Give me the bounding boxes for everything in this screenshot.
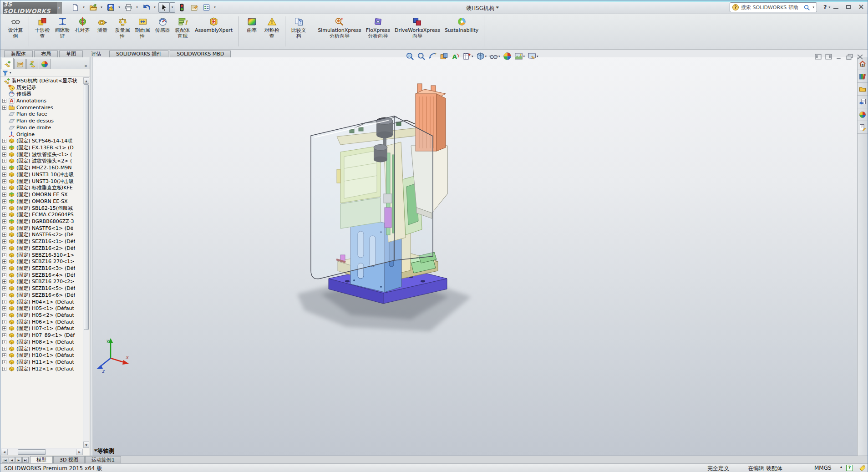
zoom-to-fit-button[interactable] (405, 51, 415, 61)
3d-model[interactable] (93, 57, 857, 456)
tree-item[interactable]: +(固定) H06<1> (Défaut (1, 319, 83, 325)
design-study-button[interactable]: 设计算 例 (5, 16, 25, 40)
horizontal-scroll-thumb[interactable] (18, 449, 46, 455)
doc-tab-运动算例1[interactable]: 运动算例1 (85, 456, 121, 463)
expand-toggle[interactable]: + (2, 293, 6, 297)
displaymanager-tab[interactable] (39, 59, 51, 69)
display-style-button[interactable]: ▾ (475, 51, 488, 61)
tree-item[interactable]: +(固定) BGRBB6806ZZ-3 (1, 218, 83, 225)
tree-item[interactable]: +(固定) H11<1> (Défaut (1, 359, 83, 365)
compare-documents-button[interactable]: 比较文 档 (289, 16, 309, 40)
tab-nav-3[interactable]: ▶| (22, 457, 29, 463)
tab-布局[interactable]: 布局 (34, 51, 58, 57)
tree-item[interactable]: +(固定) 标准垂直立板IKFE (1, 185, 83, 192)
expand-toggle[interactable]: + (2, 199, 6, 203)
tree-item[interactable]: Plan de face (1, 111, 83, 118)
scroll-down-arrow[interactable]: ▼ (83, 442, 89, 448)
panel-tabs-overflow[interactable]: » (84, 63, 87, 69)
tree-item[interactable]: +(固定) SEZB16<4> (Déf (1, 272, 83, 279)
search-icon[interactable] (803, 4, 810, 11)
tree-item[interactable]: +(固定) H09<1> (Défaut (1, 345, 83, 352)
tab-nav-2[interactable]: ▶ (15, 457, 22, 463)
tree-item[interactable]: +(固定) H05<2> (Défaut (1, 312, 83, 319)
expand-toggle[interactable]: + (2, 259, 6, 264)
expand-toggle[interactable]: + (2, 239, 6, 244)
expand-toggle[interactable]: + (2, 253, 6, 257)
tree-item[interactable]: +(固定) NASTF6<2> (Dé (1, 232, 83, 239)
expand-toggle[interactable]: + (2, 367, 6, 371)
tab-SOLIDWORKS MBD[interactable]: SOLIDWORKS MBD (170, 51, 231, 57)
units-selector[interactable]: MMGS (814, 465, 832, 471)
clearance-verify-button[interactable]: 间隙验 证 (52, 16, 72, 40)
expand-toggle[interactable]: + (2, 300, 6, 304)
expand-toggle[interactable]: + (2, 139, 6, 143)
expand-toggle[interactable]: + (2, 353, 6, 357)
show-left-pane-button[interactable] (814, 53, 822, 61)
expand-toggle[interactable]: + (2, 193, 6, 197)
save-dropdown[interactable]: ▾ (117, 2, 122, 13)
tree-item[interactable]: +(固定) UNST3-10(冲击吸 (1, 178, 83, 185)
menu-expand-arrow[interactable]: ▸ (57, 1, 62, 14)
section-properties-button[interactable]: 剖面属 性 (132, 16, 152, 40)
tree-item[interactable]: +(固定) SEZB16<3> (Déf (1, 265, 83, 272)
tree-item[interactable]: 传感器 (1, 91, 83, 97)
driveworksxpress-wizard-button[interactable]: DriveWorksXpress 向导 (392, 16, 442, 40)
show-right-pane-button[interactable] (825, 53, 832, 61)
tree-item[interactable]: Plan de droite (1, 124, 83, 131)
filter-icon[interactable] (2, 70, 8, 76)
save-button[interactable] (105, 2, 117, 13)
curvature-button[interactable]: 曲率 (242, 16, 262, 34)
custom-properties-button[interactable] (858, 121, 868, 134)
search-input[interactable]: 搜索 SOLIDWORKS 帮助 (741, 4, 801, 11)
tree-item[interactable]: +(固定) SEZB16<5> (Déf (1, 285, 83, 292)
tag-icon[interactable] (859, 465, 866, 472)
hide-show-items-dropdown[interactable]: ▾ (498, 55, 500, 58)
tree-item[interactable]: +(固定) ECMA-C20604PS (1, 211, 83, 218)
apply-scene-dropdown[interactable]: ▾ (523, 55, 525, 58)
expand-toggle[interactable]: + (2, 186, 6, 190)
scroll-up-arrow[interactable]: ▲ (83, 77, 89, 84)
help-dropdown-arrow[interactable]: ▾ (829, 5, 831, 9)
tree-item[interactable]: +(固定) H12<1> (Défaut (1, 365, 83, 372)
tree-item[interactable]: +(固定) 波纹管接头<2> ( (1, 158, 83, 165)
tree-item[interactable]: +(固定) H07_89<1> (Déf (1, 332, 83, 339)
tab-nav-1[interactable]: ◀ (9, 457, 15, 463)
simulationxpress-wizard-button[interactable]: SimulationXpress 分析向导 (315, 16, 364, 40)
print-button[interactable] (123, 2, 134, 13)
undo-button[interactable] (141, 2, 152, 13)
select-dropdown[interactable]: ▾ (170, 2, 175, 13)
tree-item[interactable]: +(固定) H07<1> (Défaut (1, 325, 83, 332)
tree-item[interactable]: +(固定) H08<1> (Défaut (1, 339, 83, 345)
sustainability-button[interactable]: Sustainability (442, 16, 481, 34)
select-button[interactable] (158, 2, 170, 13)
options-dropdown[interactable]: ▾ (212, 2, 218, 13)
tree-item[interactable]: Plan de dessus (1, 117, 83, 124)
tree-item[interactable]: +(固定) H10<1> (Défaut (1, 352, 83, 359)
expand-toggle[interactable]: + (2, 333, 6, 337)
tree-item[interactable]: +(固定) SEBZ16-270<2> (1, 279, 83, 285)
close-button[interactable]: × (858, 3, 865, 10)
new-button[interactable] (70, 2, 81, 13)
expand-toggle[interactable]: + (2, 99, 6, 103)
tab-装配体[interactable]: 装配体 (4, 51, 33, 57)
expand-toggle[interactable]: + (2, 106, 6, 110)
tree-item[interactable]: +(固定) OMORN EE-SX (1, 191, 83, 198)
expand-toggle[interactable]: + (2, 246, 6, 250)
file-properties-button[interactable] (188, 2, 200, 13)
rebuild-button[interactable] (176, 2, 188, 13)
doc-tab-3D 视图[interactable]: 3D 视图 (53, 456, 85, 463)
tree-item[interactable]: +(固定) SBL62-15(伺服减 (1, 205, 83, 212)
appearances-scenes-button[interactable] (858, 108, 868, 121)
scroll-right-arrow[interactable]: ▶ (76, 449, 83, 455)
expand-toggle[interactable]: + (2, 146, 6, 150)
previous-view-button[interactable] (427, 51, 438, 61)
expand-toggle[interactable]: + (2, 273, 6, 277)
hole-alignment-button[interactable]: 孔对齐 (72, 16, 92, 34)
design-library-button[interactable] (858, 70, 868, 83)
search-dropdown-arrow[interactable]: ▾ (812, 5, 814, 9)
search-box[interactable]: ? 搜索 SOLIDWORKS 帮助 ▾ (730, 2, 817, 12)
expand-toggle[interactable]: + (2, 179, 6, 183)
tree-item[interactable]: +(固定) SEZB16<1> (Déf (1, 238, 83, 245)
tree-item[interactable]: +(固定) SEZB16<6> (Déf (1, 292, 83, 299)
display-style-dropdown[interactable]: ▾ (485, 55, 487, 58)
